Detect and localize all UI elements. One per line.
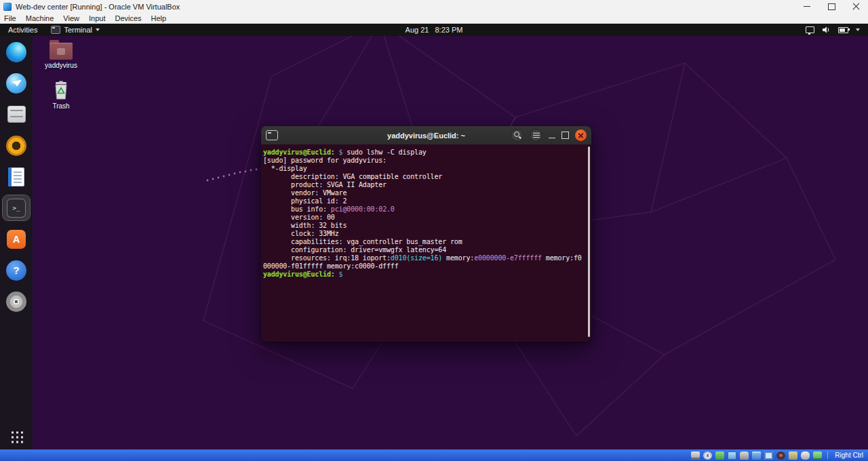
clock-date: Aug 21 [406, 26, 429, 34]
search-button[interactable] [511, 129, 524, 142]
terminal-line: configuration: driver=vmwgfx latency=64 [263, 246, 586, 254]
statusbar-divider [827, 452, 828, 459]
hard-disks-icon[interactable] [691, 452, 700, 460]
shared-folders-icon[interactable] [752, 452, 761, 460]
mouse-integration-icon[interactable] [801, 452, 810, 460]
folder-icon [50, 43, 73, 60]
dock [0, 36, 33, 449]
media-player-icon [6, 292, 26, 312]
camera-app-icon [6, 136, 26, 156]
optical-drives-icon[interactable] [703, 452, 712, 460]
terminal-scrollbar[interactable] [588, 146, 591, 337]
terminal-line: yaddyvirus@Euclid: $ [263, 270, 586, 279]
menu-help[interactable]: Help [146, 14, 172, 22]
desktop[interactable]: yaddyvirus Trash yaddyvirus@Euclid: ~ [0, 36, 868, 449]
terminal-line: resources: irq:18 ioport:d010(size=16) m… [263, 254, 586, 262]
focused-app-menu[interactable]: Terminal [45, 26, 105, 34]
ubuntu-software-icon [7, 230, 26, 249]
vbox-titlebar: Web-dev center [Running] - Oracle VM Vir… [0, 0, 868, 13]
host-key-label: Right Ctrl [835, 452, 863, 459]
network-icon [806, 26, 814, 33]
terminal-line: [sudo] password for yaddyvirus: [263, 157, 586, 165]
volume-icon [822, 26, 831, 34]
menu-input[interactable]: Input [84, 14, 110, 22]
terminal-output[interactable]: yaddyvirus@Euclid: $ sudo lshw -C displa… [261, 144, 591, 342]
activities-button[interactable]: Activities [0, 26, 45, 34]
dock-item-media-player[interactable] [3, 289, 30, 314]
mail-app-icon [6, 73, 26, 94]
video-capture-icon[interactable] [776, 452, 785, 460]
features-icon[interactable] [789, 452, 797, 460]
dock-items [3, 39, 30, 314]
terminal-app-icon [7, 199, 26, 218]
keyboard-icon[interactable] [813, 452, 822, 460]
files-app-icon [7, 106, 26, 123]
desktop-icons: yaddyvirus Trash [42, 40, 80, 110]
minimize-icon [804, 6, 810, 7]
terminal-mini-icon [51, 26, 60, 34]
dock-item-libreoffice-writer[interactable] [3, 164, 30, 189]
clock-button[interactable]: Aug 21 8:23 PM [406, 24, 463, 36]
dock-item-files-app[interactable] [3, 102, 30, 127]
virtualbox-app-icon [3, 3, 12, 11]
vbox-window-controls [795, 0, 868, 13]
new-tab-button[interactable] [266, 130, 278, 140]
terminal-line: description: VGA compatible controller [263, 173, 586, 181]
audio-icon[interactable] [715, 452, 724, 460]
close-button[interactable] [844, 0, 868, 13]
desktop-icon-label: Trash [52, 102, 69, 110]
terminal-line: capabilities: vga_controller bus_master … [263, 238, 586, 246]
vbox-window-title: Web-dev center [Running] - Oracle VM Vir… [16, 3, 180, 11]
minimize-button[interactable] [795, 0, 819, 13]
terminal-line: product: SVGA II Adapter [263, 181, 586, 189]
libreoffice-writer-icon [8, 167, 24, 186]
help-app-icon [6, 260, 26, 281]
terminal-minimize-button[interactable] [549, 138, 555, 139]
terminal-close-button[interactable] [575, 129, 587, 141]
dock-item-help-app[interactable] [3, 258, 30, 283]
hamburger-menu-button[interactable] [530, 129, 542, 142]
network-icon[interactable] [728, 452, 736, 460]
terminal-line: yaddyvirus@Euclid: $ sudo lshw -C displa… [263, 148, 586, 157]
menu-file[interactable]: File [0, 14, 21, 22]
maximize-button[interactable] [819, 0, 844, 13]
show-applications-button[interactable] [9, 429, 24, 443]
gnome-topbar: Activities Terminal Aug 21 8:23 PM [0, 24, 868, 36]
system-chevron-down-icon [856, 28, 860, 31]
battery-icon [838, 27, 848, 33]
menu-machine[interactable]: Machine [21, 14, 59, 22]
menu-devices[interactable]: Devices [110, 14, 146, 22]
menu-view[interactable]: View [58, 14, 84, 22]
vbox-statusbar: Right Ctrl [0, 449, 868, 461]
close-icon [852, 3, 860, 10]
desktop-icon-trash[interactable]: Trash [42, 81, 80, 110]
terminal-line: clock: 33MHz [263, 230, 586, 238]
terminal-line: bus info: pci@0000:00:02.0 [263, 205, 586, 214]
terminal-line: version: 00 [263, 214, 586, 222]
vbox-status-icons [691, 452, 822, 460]
terminal-title: yaddyvirus@Euclid: ~ [387, 132, 465, 140]
dock-item-edge-browser[interactable] [3, 39, 30, 64]
dock-item-ubuntu-software[interactable] [3, 226, 30, 252]
terminal-line: width: 32 bits [263, 222, 586, 230]
dock-item-camera-app[interactable] [3, 133, 30, 158]
maximize-icon [828, 3, 835, 10]
terminal-line: *-display [263, 165, 586, 173]
terminal-headerbar[interactable]: yaddyvirus@Euclid: ~ [261, 126, 591, 145]
usb-icon[interactable] [740, 452, 749, 460]
terminal-window: yaddyvirus@Euclid: ~ yaddyvirus@Euclid: … [261, 126, 591, 342]
dock-item-terminal-app[interactable] [3, 195, 30, 220]
desktop-icon-yaddyvirus[interactable]: yaddyvirus [42, 40, 80, 69]
dock-item-mail-app[interactable] [3, 71, 30, 96]
edge-browser-icon [6, 42, 26, 62]
clock-time: 8:23 PM [435, 26, 462, 34]
desktop-icon-label: yaddyvirus [45, 62, 77, 69]
vbox-menubar: FileMachineViewInputDevicesHelp [0, 13, 868, 24]
vm-screen: Activities Terminal Aug 21 8:23 PM [0, 24, 868, 449]
terminal-maximize-button[interactable] [561, 132, 569, 139]
focused-app-label: Terminal [64, 26, 92, 34]
terminal-line: vendor: VMware [263, 189, 586, 197]
system-menu[interactable] [806, 24, 868, 36]
chevron-down-icon [96, 28, 100, 31]
display-icon[interactable] [764, 452, 773, 460]
